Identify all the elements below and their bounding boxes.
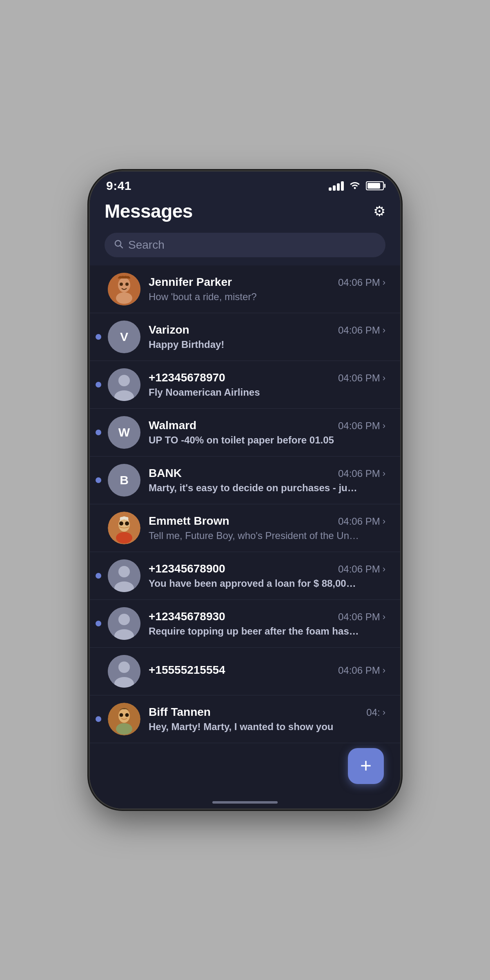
message-item[interactable]: BBANK04:06 PM›Marty, it's easy to decide… (90, 457, 400, 504)
svg-point-4 (116, 292, 132, 304)
message-time: 04:06 PM (338, 468, 380, 479)
message-content: Emmett Brown04:06 PM›Tell me, Future Boy… (149, 514, 385, 541)
phone-inner: 9:41 Messages (90, 172, 400, 808)
chevron-right-icon: › (383, 564, 385, 575)
chevron-right-icon: › (383, 325, 385, 336)
avatar (108, 655, 140, 688)
sender-name: Varizon (149, 323, 189, 336)
message-time: 04:06 PM (338, 325, 380, 336)
svg-point-14 (125, 521, 129, 526)
svg-point-13 (119, 521, 123, 526)
chevron-right-icon: › (383, 612, 385, 622)
message-time: 04:06 PM (338, 372, 380, 384)
sender-name: +12345678970 (149, 371, 225, 384)
unread-dot (96, 334, 101, 340)
avatar: W (108, 416, 140, 449)
battery-icon (366, 181, 384, 190)
svg-point-19 (118, 614, 130, 625)
svg-point-22 (118, 662, 130, 673)
message-item[interactable]: +1234567897004:06 PM›Fly Noamerican Airl… (90, 361, 400, 409)
avatar (108, 703, 140, 735)
message-content: +1234567893004:06 PM›Require topping up … (149, 610, 385, 637)
unread-dot (96, 382, 101, 388)
message-content: +1555521555404:06 PM› (149, 664, 385, 679)
unread-dot (96, 573, 101, 579)
svg-point-8 (118, 375, 130, 386)
message-time: 04:06 PM (338, 420, 380, 432)
avatar (108, 607, 140, 640)
unread-dot (96, 716, 101, 722)
message-time: 04:06 PM (338, 611, 380, 623)
settings-icon[interactable]: ⚙ (373, 203, 385, 219)
message-time: 04:06 PM (338, 516, 380, 527)
message-content: +1234567897004:06 PM›Fly Noamerican Airl… (149, 371, 385, 398)
home-indicator (90, 796, 400, 808)
avatar: V (108, 321, 140, 353)
svg-point-3 (118, 278, 130, 292)
message-content: Biff Tannen04:›Hey, Marty! Marty, I want… (149, 706, 385, 733)
sender-name: +15555215554 (149, 664, 225, 677)
avatar: B (108, 464, 140, 497)
message-preview: You have been approved a loan for $ 88,0… (149, 578, 361, 589)
svg-point-16 (118, 566, 130, 577)
chevron-right-icon: › (383, 468, 385, 479)
chevron-right-icon: › (383, 516, 385, 527)
message-preview: Happy Birthday! (149, 339, 361, 350)
status-bar: 9:41 (90, 172, 400, 197)
search-icon (114, 239, 123, 251)
sender-name: Jennifer Parker (149, 276, 232, 289)
unread-dot (96, 430, 101, 435)
home-bar (212, 801, 278, 804)
message-preview: UP TO -40% on toilet paper before 01.05 (149, 434, 361, 446)
message-item[interactable]: Jennifer Parker04:06 PM›How 'bout a ride… (90, 265, 400, 313)
svg-point-28 (125, 713, 129, 717)
message-preview: Fly Noamerican Airlines (149, 387, 361, 398)
search-placeholder: Search (128, 238, 165, 252)
message-preview: Require topping up beer after the foam h… (149, 626, 361, 637)
message-item[interactable]: +1234567890004:06 PM›You have been appro… (90, 552, 400, 600)
sender-name: Walmard (149, 419, 196, 432)
svg-point-26 (116, 723, 132, 735)
search-bar[interactable]: Search (105, 233, 385, 257)
message-content: Varizon04:06 PM›Happy Birthday! (149, 323, 385, 350)
sender-name: BANK (149, 467, 182, 480)
chevron-right-icon: › (383, 421, 385, 431)
message-content: Jennifer Parker04:06 PM›How 'bout a ride… (149, 276, 385, 303)
page-title: Messages (105, 200, 193, 222)
message-item[interactable]: +1234567893004:06 PM›Require topping up … (90, 600, 400, 648)
status-icons (329, 180, 384, 192)
search-container: Search (90, 229, 400, 265)
svg-point-27 (120, 713, 123, 717)
message-content: +1234567890004:06 PM›You have been appro… (149, 562, 385, 589)
compose-plus-icon: + (360, 756, 372, 775)
chevron-right-icon: › (383, 373, 385, 383)
message-preview: How 'bout a ride, mister? (149, 291, 361, 303)
message-item[interactable]: Emmett Brown04:06 PM›Tell me, Future Boy… (90, 504, 400, 552)
message-time: 04:06 PM (338, 564, 380, 575)
message-item[interactable]: Biff Tannen04:›Hey, Marty! Marty, I want… (90, 695, 400, 743)
sender-name: +12345678900 (149, 562, 225, 575)
message-item[interactable]: +1555521555404:06 PM› (90, 648, 400, 695)
message-item[interactable]: WWalmard04:06 PM›UP TO -40% on toilet pa… (90, 409, 400, 457)
avatar (108, 273, 140, 305)
sender-name: Biff Tannen (149, 706, 211, 719)
message-content: Walmard04:06 PM›UP TO -40% on toilet pap… (149, 419, 385, 446)
signal-icon (329, 181, 344, 191)
avatar (108, 559, 140, 592)
avatar (108, 368, 140, 401)
sender-name: +12345678930 (149, 610, 225, 623)
message-preview: Hey, Marty! Marty, I wanted to show you (149, 721, 361, 733)
message-time: 04:06 PM (338, 277, 380, 288)
chevron-right-icon: › (383, 707, 385, 718)
wifi-icon (349, 180, 361, 192)
message-preview: Marty, it's easy to decide on purchases … (149, 482, 361, 494)
phone-frame: 9:41 Messages (90, 172, 400, 808)
chevron-right-icon: › (383, 277, 385, 288)
chevron-right-icon: › (383, 665, 385, 676)
message-item[interactable]: VVarizon04:06 PM›Happy Birthday! (90, 313, 400, 361)
unread-dot (96, 621, 101, 626)
app-header: Messages ⚙ (90, 197, 400, 229)
compose-button[interactable]: + (348, 748, 384, 784)
svg-line-1 (120, 246, 123, 248)
message-content: BANK04:06 PM›Marty, it's easy to decide … (149, 467, 385, 494)
